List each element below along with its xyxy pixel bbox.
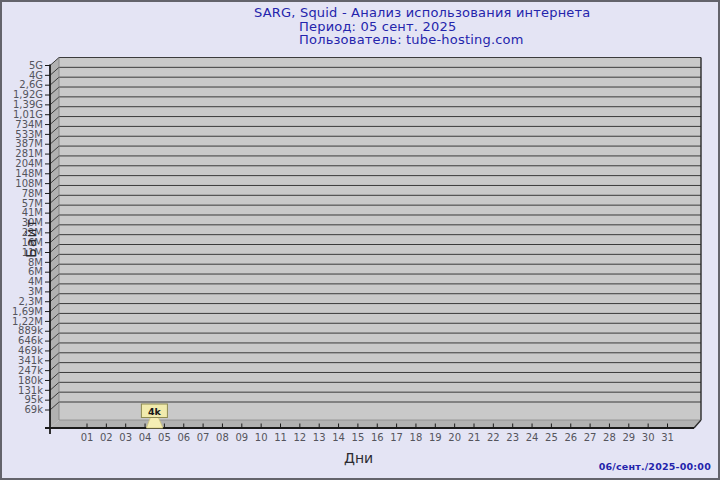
x-tick-label: 12	[293, 432, 306, 443]
x-tick-label: 31	[661, 432, 674, 443]
x-tick-label: 16	[371, 432, 384, 443]
x-tick-label: 05	[158, 432, 171, 443]
x-tick-label: 18	[410, 432, 423, 443]
x-tick-label: 24	[526, 432, 539, 443]
x-tick-label: 25	[545, 432, 558, 443]
generation-timestamp: 06/сент./2025-00:00	[599, 461, 711, 472]
x-tick-label: 21	[468, 432, 481, 443]
x-tick-label: 27	[584, 432, 597, 443]
x-tick-label: 02	[100, 432, 113, 443]
plot-back-wall	[59, 58, 701, 421]
y-axis-title: Байт	[23, 218, 39, 258]
x-tick-label: 23	[506, 432, 519, 443]
x-tick-label: 08	[216, 432, 229, 443]
x-tick-label: 06	[177, 432, 190, 443]
x-tick-label: 04	[139, 432, 152, 443]
x-tick-label: 20	[448, 432, 461, 443]
x-tick-label: 03	[119, 432, 132, 443]
x-tick-label: 29	[622, 432, 635, 443]
x-tick-label: 11	[274, 432, 287, 443]
x-tick-label: 07	[197, 432, 210, 443]
sarg-report-chart-window: SARG, Squid - Анализ использования интер…	[0, 0, 720, 480]
y-tick-label: 69k	[24, 404, 43, 415]
x-tick-label: 19	[429, 432, 442, 443]
x-axis-title: Дни	[344, 450, 373, 466]
x-tick-label: 28	[603, 432, 616, 443]
x-tick-label: 10	[255, 432, 268, 443]
x-tick-label: 15	[352, 432, 365, 443]
x-tick-label: 22	[487, 432, 500, 443]
x-tick-label: 13	[313, 432, 326, 443]
x-tick-label: 30	[642, 432, 655, 443]
x-tick-label: 14	[332, 432, 345, 443]
x-tick-label: 26	[564, 432, 577, 443]
x-tick-label: 17	[390, 432, 403, 443]
bar-value-label: 4k	[148, 406, 162, 417]
bar-chart-3d: 5G4G2,6G1,92G1,39G1,01G734M533M387M281M2…	[2, 2, 718, 478]
x-tick-label: 01	[81, 432, 94, 443]
x-tick-label: 09	[235, 432, 248, 443]
